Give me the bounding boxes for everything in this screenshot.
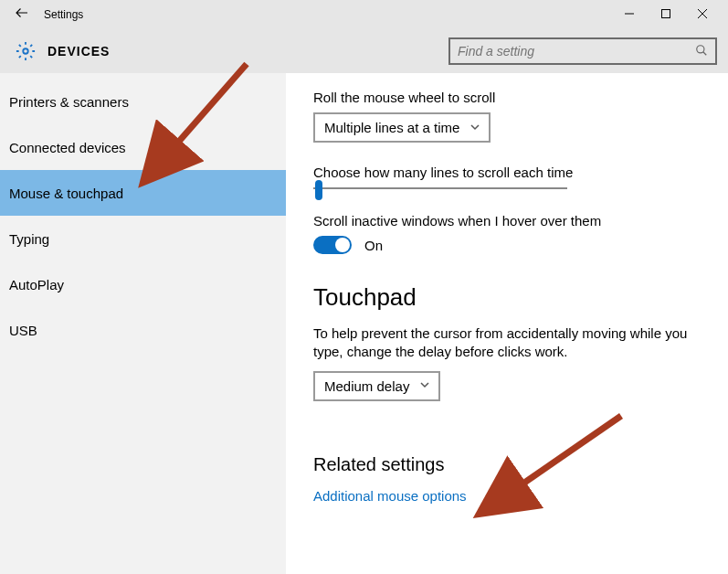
dropdown-value: Medium delay <box>324 378 409 394</box>
sidebar-item-label: Mouse & touchpad <box>9 186 123 201</box>
search-box[interactable] <box>448 37 717 65</box>
header: DEVICES <box>0 29 728 73</box>
back-button[interactable] <box>7 5 37 26</box>
content-panel: Roll the mouse wheel to scroll Multiple … <box>286 73 728 574</box>
sidebar: Printers & scanners Connected devices Mo… <box>0 73 286 574</box>
toggle-knob <box>335 238 350 252</box>
inactive-windows-label: Scroll inactive windows when I hover ove… <box>313 213 701 229</box>
chevron-down-icon <box>470 122 480 133</box>
svg-point-5 <box>697 45 704 52</box>
additional-mouse-options-link[interactable]: Additional mouse options <box>313 488 701 504</box>
scroll-wheel-label: Roll the mouse wheel to scroll <box>313 90 701 105</box>
close-button[interactable] <box>684 8 721 22</box>
slider-thumb[interactable] <box>315 180 322 200</box>
sidebar-item-label: USB <box>9 323 37 338</box>
sidebar-item-autoplay[interactable]: AutoPlay <box>0 261 286 307</box>
maximize-button[interactable] <box>648 8 684 22</box>
touchpad-heading: Touchpad <box>313 283 701 312</box>
touchpad-description: To help prevent the cursor from accident… <box>313 324 697 362</box>
svg-rect-1 <box>662 9 670 17</box>
slider-track <box>313 187 567 189</box>
sidebar-item-label: Connected devices <box>9 140 126 155</box>
sidebar-item-connected-devices[interactable]: Connected devices <box>0 124 286 170</box>
lines-slider[interactable] <box>313 187 567 189</box>
svg-point-4 <box>23 48 28 54</box>
sidebar-item-label: Printers & scanners <box>9 94 129 110</box>
chevron-down-icon <box>420 380 429 391</box>
section-title: DEVICES <box>47 44 110 58</box>
scroll-wheel-dropdown[interactable]: Multiple lines at a time <box>313 112 491 143</box>
sidebar-item-typing[interactable]: Typing <box>0 216 286 261</box>
svg-line-6 <box>703 51 707 55</box>
sidebar-item-printers[interactable]: Printers & scanners <box>0 79 286 124</box>
touchpad-delay-dropdown[interactable]: Medium delay <box>313 371 440 401</box>
gear-icon <box>11 37 40 66</box>
window-title: Settings <box>44 8 83 21</box>
sidebar-item-label: Typing <box>9 231 49 247</box>
sidebar-item-label: AutoPlay <box>9 277 64 292</box>
toggle-state-label: On <box>364 238 383 253</box>
sidebar-item-usb[interactable]: USB <box>0 307 286 353</box>
sidebar-item-mouse-touchpad[interactable]: Mouse & touchpad <box>0 170 286 216</box>
lines-scroll-label: Choose how many lines to scroll each tim… <box>313 165 701 180</box>
titlebar: Settings <box>0 0 728 29</box>
minimize-button[interactable] <box>611 8 648 22</box>
search-icon <box>695 44 708 59</box>
search-input[interactable] <box>458 44 695 58</box>
dropdown-value: Multiple lines at a time <box>324 120 459 135</box>
related-heading: Related settings <box>313 454 701 475</box>
inactive-windows-toggle[interactable] <box>313 236 352 254</box>
